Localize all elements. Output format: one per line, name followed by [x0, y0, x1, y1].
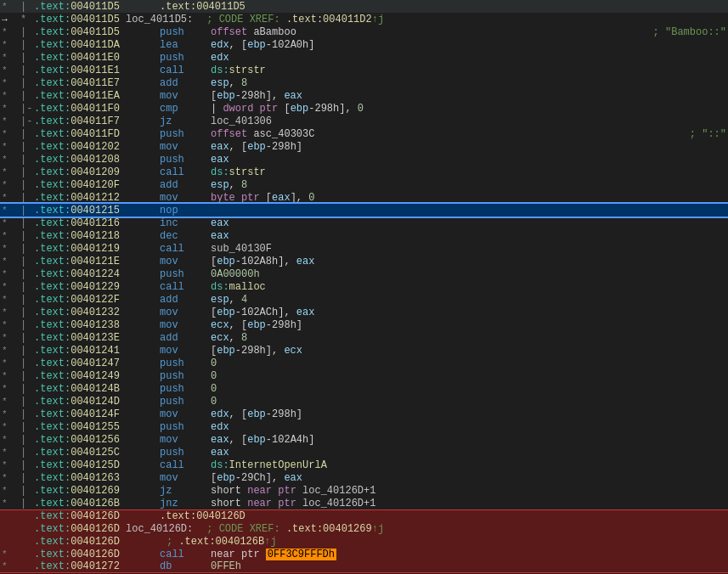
gutter-marker: * [2, 180, 20, 190]
disasm-line[interactable]: *| .text:004011E0pushedx [0, 51, 728, 64]
instruction-mnemonic: jz [160, 115, 211, 127]
instruction-mnemonic: call [160, 243, 211, 255]
instruction-mnemonic: dec [160, 230, 211, 242]
disasm-line[interactable]: *| .text:00401212movbyte ptr [eax], 0 [0, 191, 728, 204]
instruction-operands: [ebp-102ACh], eax [211, 307, 726, 318]
disasm-line[interactable]: *| .text:00401232mov[ebp-102ACh], eax [0, 306, 728, 318]
disasm-line[interactable]: *| .text:00401269jzshort near ptr loc_40… [0, 484, 728, 497]
instruction-mnemonic: add [160, 332, 211, 344]
disasm-line[interactable]: .text:0040126D.text:0040126D [0, 509, 728, 522]
disasm-line[interactable]: *| .text:00401209callds:strstr [0, 166, 728, 178]
flow-bars: | [20, 434, 34, 446]
disasm-line[interactable]: *| .text:00401241mov[ebp-298h], ecx [0, 344, 728, 357]
instruction-address: .text:00401224 [34, 268, 153, 280]
instruction-address: .text:00401219 [34, 243, 153, 255]
disasm-line[interactable]: .text:0040126D; .text:0040126B↑j [0, 535, 728, 548]
disasm-line[interactable]: *| .text:0040124Dpush0 [0, 395, 728, 408]
instruction-comment: ; CODE XREF: .text:004011D2↑j [206, 14, 384, 25]
gutter-marker: * [2, 40, 20, 50]
gutter-marker: * [2, 447, 20, 458]
instruction-mnemonic: mov [160, 90, 211, 102]
flow-bars: |- [20, 103, 34, 115]
instruction-mnemonic: push [160, 421, 211, 433]
disasm-line[interactable]: * .text:0040126Dcallnear ptr 0FF3C9FFFDh [0, 548, 728, 560]
gutter-marker: * [2, 486, 20, 496]
disasm-line[interactable]: *| .text:0040123Eaddecx, 8 [0, 331, 728, 344]
disasm-line[interactable]: *|-.text:004011F7jzloc_401306 [0, 115, 728, 127]
disasm-line[interactable]: *| .text:004011D5pushoffset aBamboo; "Ba… [0, 25, 728, 38]
disasm-line[interactable]: *| .text:004011DAleaedx, [ebp-102A0h] [0, 38, 728, 51]
flow-bars: | [20, 128, 34, 140]
gutter-marker: * [2, 116, 20, 127]
instruction-address: .text:0040120F [34, 179, 153, 191]
instruction-operands: [ebp-298h], eax [211, 90, 726, 102]
disasm-line[interactable]: *| .text:0040122Faddesp, 4 [0, 293, 728, 306]
gutter-marker: * [2, 205, 20, 216]
instruction-address: .text:0040123E [34, 332, 153, 344]
disasm-line[interactable]: *| .text:00401263mov[ebp-29Ch], eax [0, 471, 728, 484]
gutter-marker: * [2, 27, 20, 37]
flow-bars: | [20, 26, 34, 38]
disasm-line[interactable]: *| .text:00401255pushedx [0, 420, 728, 433]
disasm-line[interactable]: *| .text:004011D5.text:004011D5 [0, 0, 728, 13]
flow-bars: | [20, 230, 34, 242]
disasm-line[interactable]: *| .text:0040124Bpush0 [0, 382, 728, 395]
gutter-marker: * [2, 498, 20, 509]
disasm-line[interactable]: .text:0040126D loc_40126D:; CODE XREF: .… [0, 522, 728, 535]
disasm-line[interactable]: *| .text:0040125Dcallds:InternetOpenUrlA [0, 459, 728, 471]
disasm-line[interactable]: *| .text:004011FDpushoffset asc_40303C; … [0, 127, 728, 140]
instruction-mnemonic: inc [160, 217, 211, 229]
disasm-line[interactable]: *| .text:00401216inceax [0, 217, 728, 229]
flow-bars: | [20, 90, 34, 102]
disasm-line[interactable]: *| .text:0040125Cpusheax [0, 446, 728, 459]
instruction-address: .text:00401209 [34, 166, 153, 178]
instruction-mnemonic: push [160, 26, 211, 38]
gutter-marker: * [2, 142, 20, 152]
disasm-line[interactable]: →* .text:004011D5 loc_4011D5:; CODE XREF… [0, 13, 728, 25]
disasm-line[interactable]: *| .text:00401218deceax [0, 229, 728, 242]
disasm-line[interactable]: *| .text:00401219callsub_40130F [0, 242, 728, 255]
instruction-address: .text:004011E1 [34, 65, 153, 76]
flow-bars: | [20, 141, 34, 153]
instruction-comment: ; "Bamboo::" [653, 26, 726, 38]
disasm-line[interactable]: *| .text:00401256moveax, [ebp-102A4h] [0, 433, 728, 446]
gutter-marker: * [2, 295, 20, 305]
instruction-mnemonic: push [160, 357, 211, 369]
instruction-address: .text:0040126D [34, 549, 153, 560]
instruction-mnemonic: mov [160, 192, 211, 204]
disasm-line[interactable]: *|-.text:004011F0cmp| dword ptr [ebp-298… [0, 102, 728, 115]
instruction-mnemonic: jz [160, 485, 211, 497]
disasm-line[interactable]: *| .text:004011E1callds:strstr [0, 64, 728, 76]
disasm-line[interactable]: *| .text:00401215nop [0, 204, 728, 217]
instruction-operands: edx [211, 52, 726, 64]
disasm-line[interactable]: *| .text:00401208pusheax [0, 153, 728, 166]
instruction-mnemonic: cmp [160, 103, 211, 115]
instruction-operands: ds:strstr [211, 65, 726, 76]
disasm-line[interactable]: *| .text:004011E7addesp, 8 [0, 76, 728, 89]
disasm-line[interactable]: *| .text:00401229callds:malloc [0, 280, 728, 293]
flow-bars: | [20, 154, 34, 166]
disasm-line[interactable]: *| .text:00401238movecx, [ebp-298h] [0, 318, 728, 331]
gutter-marker: * [2, 333, 20, 343]
disasm-line[interactable]: *| .text:0040126Bjnzshort near ptr loc_4… [0, 497, 728, 509]
disasm-line[interactable]: *| .text:00401202moveax, [ebp-298h] [0, 140, 728, 153]
disasm-line[interactable]: *| .text:00401249push0 [0, 369, 728, 382]
disasm-line[interactable]: *| .text:0040120Faddesp, 8 [0, 178, 728, 191]
instruction-mnemonic: push [160, 396, 211, 408]
disasm-line[interactable]: *| .text:0040121Emov[ebp-102A8h], eax [0, 255, 728, 267]
instruction-operands: offset aBamboo [211, 26, 646, 38]
flow-bars: | [20, 383, 34, 395]
disasm-line[interactable]: *| .text:004011EAmov[ebp-298h], eax [0, 89, 728, 102]
instruction-address: .text:00401232 [34, 307, 153, 318]
gutter-marker: * [2, 384, 20, 394]
instruction-address: .text:00401208 [34, 154, 153, 166]
gutter-marker: * [2, 358, 20, 369]
disasm-line[interactable]: *| .text:00401247push0 [0, 357, 728, 369]
disasm-line[interactable]: * .text:00401272db0FFEh [0, 560, 728, 573]
instruction-operands: eax [211, 447, 726, 459]
disasm-line[interactable]: *| .text:00401224push0A00000h [0, 267, 728, 280]
instruction-operands: sub_40130F [211, 243, 726, 255]
instruction-address: .text:0040126D [34, 536, 153, 548]
gutter-marker: * [2, 409, 20, 419]
disasm-line[interactable]: *| .text:0040124Fmovedx, [ebp-298h] [0, 408, 728, 420]
